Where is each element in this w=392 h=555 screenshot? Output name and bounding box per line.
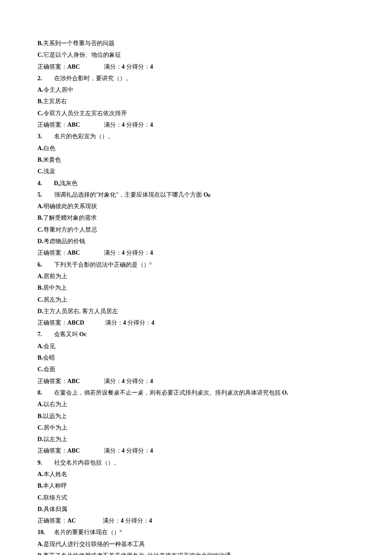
text-line: B.了解受赠对象的需求 [37, 212, 355, 224]
text-line: B.主宾居右 [37, 96, 355, 107]
text-line: A.以右为上 [37, 398, 355, 410]
text-line: 10. 名片的重要行体现在（）° [37, 526, 355, 538]
text-line: B.以远为上 [37, 410, 355, 422]
text-segment: 居前为上 [43, 273, 67, 279]
text-line: C.尊重对方的个人禁忌 [37, 224, 355, 235]
text-segment: 4 [150, 447, 153, 454]
text-segment: 满分： [80, 122, 122, 128]
text-segment: 4 [150, 122, 153, 128]
text-segment: 关系到一个尊重与否的问题 [43, 40, 115, 46]
text-segment: 4 [122, 447, 125, 454]
text-line: B.米黄色 [37, 154, 355, 166]
text-segment: 令主人居中 [43, 87, 73, 93]
text-segment: 明确彼此的关系现状 [43, 203, 97, 209]
text-segment: 本人姓名 [43, 471, 67, 477]
text-line: 5. 强调礼品选择的"对象化"，主要应体现在以下哪几个方面 O₀ [37, 189, 355, 200]
text-segment: 4 [150, 378, 153, 384]
text-line: 9. 社交名片内容包括（）。 [37, 457, 355, 468]
text-segment: 8. [37, 389, 42, 396]
text-line: A.明确彼此的关系现状 [37, 200, 355, 212]
text-segment: B. [37, 285, 43, 291]
text-segment: 会客又叫 [42, 331, 80, 337]
text-segment: 4 [122, 64, 125, 70]
text-line: B.离开了名片的使用或者不善于使用名片, 往往直接有碍于彼此之间的沟通 [37, 550, 355, 555]
text-segment: 居中为上 [43, 424, 67, 431]
text-segment: C. [37, 494, 43, 501]
text-line: D.以左为上 [37, 433, 355, 445]
text-segment: 以左为上 [43, 436, 67, 442]
text-segment: 4 [149, 517, 152, 524]
text-segment: 5. [37, 192, 42, 198]
text-segment: C. [37, 168, 43, 174]
text-line: A.是现代人进行交往联络的一种基本工具 [37, 538, 355, 550]
text-segment: 居中为上 [43, 285, 67, 291]
text-line: 正确答案：ABCD 满分：4 分得分：4 [37, 317, 355, 328]
text-segment: 满分： [80, 250, 122, 256]
text-segment: 10. [37, 529, 45, 535]
text-segment: 令双方人员分主左宾右依次排开 [43, 110, 127, 116]
text-segment: 正确答案： [37, 250, 67, 256]
text-line: A.居前为上 [37, 270, 355, 282]
text-segment: 下列关于合影的说法中正确的是（）° [42, 262, 152, 268]
text-segment: 分得分： [126, 320, 152, 326]
text-segment: 离开了名片的使用或者不善于使用名片, 往往直接有碍于彼此之间的沟通 [43, 552, 231, 555]
text-line: B.本人称呼 [37, 480, 355, 491]
text-segment: 联络方式 [43, 494, 67, 501]
text-segment: 强调礼品选择的"对象化"，主要应体现在以下哪几个方面 [42, 192, 204, 198]
text-segment: ABC [67, 122, 80, 128]
text-segment: O. [282, 389, 288, 396]
text-segment: 具体归属 [43, 506, 67, 512]
text-segment: 分得分： [125, 378, 150, 384]
text-segment: 满分： [80, 64, 122, 70]
text-segment: B. [37, 355, 43, 361]
text-segment: 正确答案： [37, 447, 67, 454]
text-segment: 它是以个人身份、地位的象征 [43, 52, 121, 58]
text-segment: 是现代人进行交往联络的一种基本工具 [43, 541, 145, 547]
text-segment: B. [37, 552, 43, 555]
text-segment: 白色 [43, 145, 55, 151]
text-segment: 正确答案： [37, 122, 67, 128]
text-line: 正确答案：ABC 满分：4 分得分：4 [37, 247, 355, 259]
text-segment: 会面 [43, 366, 55, 372]
text-line: 正确答案：ABC 满分：4 分得分：4 [37, 375, 355, 387]
text-segment: C. [37, 296, 43, 303]
text-segment: 2. [37, 75, 42, 81]
text-segment: 分得分： [125, 250, 150, 256]
text-line: 正确答案：ABC 满分：4 分得分：4 [37, 61, 355, 73]
text-segment: 浅蓝 [43, 168, 55, 174]
text-line: C.会面 [37, 363, 355, 375]
text-segment: ABC [67, 64, 80, 70]
text-segment: 6. [37, 262, 42, 268]
text-line: 正确答案：ABC 满分：4 分得分：4 [37, 119, 355, 131]
text-line: B.关系到一个尊重与否的问题 [37, 38, 355, 49]
text-segment: C. [37, 52, 43, 58]
document-body: B.关系到一个尊重与否的问题C.它是以个人身份、地位的象征正确答案：ABC 满分… [37, 38, 355, 555]
text-line: A.本人姓名 [37, 468, 355, 480]
text-segment: 分得分： [125, 122, 150, 128]
text-segment: A. [37, 401, 43, 407]
text-segment: 4 [122, 250, 125, 256]
text-segment: ABC [67, 378, 80, 384]
text-segment: 满分： [76, 517, 121, 524]
text-segment: 9. [37, 459, 42, 466]
text-segment: 4 [150, 250, 153, 256]
text-segment: A. [37, 87, 43, 93]
text-segment: 在宴会上，倘若所设餐桌不止一桌，则有必要正式排列桌次。排列桌次的具体讲究包括 [42, 389, 282, 396]
text-segment: 3. [37, 133, 42, 139]
text-line: 4. D,浅灰色 [37, 177, 355, 189]
text-segment: C. [37, 227, 43, 233]
text-segment: ABC [67, 447, 80, 454]
text-line: 2. 在涉外合影时，要讲究（）。 [37, 73, 355, 84]
text-segment: B. [37, 482, 43, 489]
text-line: C.浅蓝 [37, 166, 355, 177]
text-segment: 浅灰色 [60, 180, 78, 186]
text-segment: 以右为上 [43, 401, 67, 407]
text-segment: 以远为上 [43, 413, 67, 419]
text-segment: A. [37, 203, 43, 209]
text-line: C.它是以个人身份、地位的象征 [37, 49, 355, 61]
text-segment: 正确答案： [37, 517, 67, 524]
text-segment: 4 [151, 320, 154, 326]
text-segment: 考虑物品的价钱 [43, 238, 85, 244]
text-segment: D. [37, 238, 43, 244]
text-segment: 在涉外合影时，要讲究（）。 [42, 75, 132, 81]
